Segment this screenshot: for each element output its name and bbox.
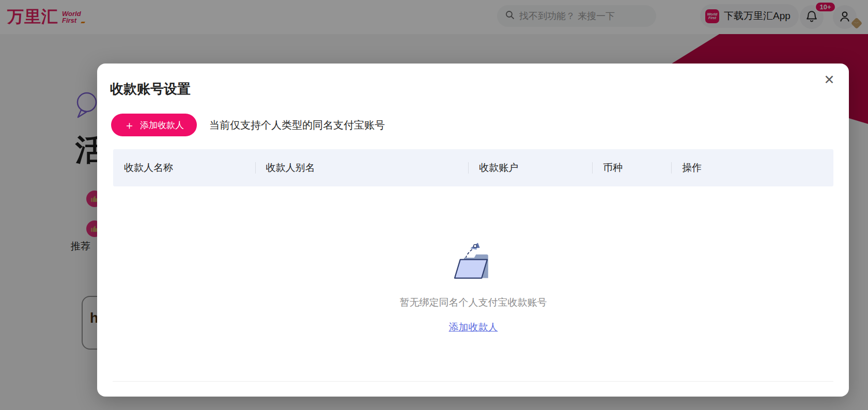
modal-title: 收款账号设置	[110, 80, 191, 98]
column-actions: 操作	[671, 149, 833, 186]
receiver-table-header: 收款人名称 收款人别名 收款账户 币种 操作	[113, 149, 833, 186]
receiver-settings-modal: ✕ 收款账号设置 ＋ 添加收款人 当前仅支持个人类型的同名支付宝账号 收款人名称…	[97, 64, 849, 397]
close-icon[interactable]: ✕	[819, 70, 839, 89]
empty-add-receiver-link[interactable]: 添加收款人	[449, 321, 498, 334]
add-receiver-button[interactable]: ＋ 添加收款人	[111, 114, 197, 136]
plus-icon: ＋	[124, 120, 135, 131]
column-receiver-name: 收款人名称	[113, 149, 255, 186]
column-receiver-account: 收款账户	[468, 149, 592, 186]
empty-state: 暂无绑定同名个人支付宝收款账号 添加收款人	[113, 234, 833, 334]
column-receiver-alias: 收款人别名	[255, 149, 469, 186]
modal-toolbar: ＋ 添加收款人 当前仅支持个人类型的同名支付宝账号	[111, 114, 385, 136]
empty-folder-illustration	[450, 274, 497, 283]
column-currency: 币种	[592, 149, 671, 186]
add-receiver-caption: 当前仅支持个人类型的同名支付宝账号	[209, 118, 385, 132]
modal-footer-divider	[113, 381, 833, 382]
empty-state-message: 暂无绑定同名个人支付宝收款账号	[113, 296, 833, 309]
